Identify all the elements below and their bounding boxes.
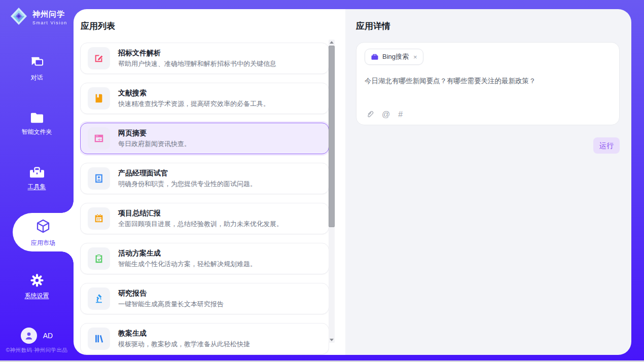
- brand-tagline: Smart Vision: [32, 20, 67, 25]
- app-card[interactable]: 产品经理面试官 明确身份和职责，为您提供专业性的面试问题。: [80, 163, 329, 194]
- app-list-panel: 应用列表 招标文件解析 帮助用户快速、准确地理解和解析招标书中的关键信息 文献搜…: [74, 9, 345, 355]
- brand-diamond-icon: [9, 7, 28, 28]
- prompt-input[interactable]: 今日湖北有哪些新闻要点？有哪些需要关注的最新政策？: [365, 76, 611, 105]
- app-card-desc: 明确身份和职责，为您提供专业性的面试问题。: [118, 179, 257, 189]
- app-detail-panel: 应用详情 Bing搜索 × 今日湖北有哪些新闻要点？有哪些需要关注的最新政策？: [345, 9, 631, 355]
- sidebar: 神州问学 Smart Vision 对话 智能文件夹 工具集: [0, 0, 74, 362]
- browser-icon: [88, 127, 110, 150]
- run-button[interactable]: 运行: [593, 137, 620, 154]
- chat-icon: [29, 55, 45, 63]
- main-content: 应用列表 招标文件解析 帮助用户快速、准确地理解和解析招标书中的关键信息 文献搜…: [74, 9, 631, 355]
- sidebar-item-smart-folder[interactable]: 智能文件夹: [0, 111, 74, 136]
- app-card-selected[interactable]: 网页摘要 每日政府新闻资讯快查。: [80, 123, 329, 154]
- book-icon: [88, 87, 110, 110]
- tag-close-icon[interactable]: ×: [413, 54, 417, 60]
- avatar: [21, 328, 37, 344]
- app-card-desc: 全面回顾项目进展，总结经验教训，助力未来优化发展。: [118, 220, 283, 229]
- app-card[interactable]: 活动方案生成 智能生成个性化活动方案，轻松解决规划难题。: [80, 243, 329, 274]
- sidebar-item-label: 对话: [0, 74, 74, 82]
- app-card[interactable]: 文献搜索 快速精准查找学术资源，提高研究效率的必备工具。: [80, 83, 329, 114]
- brand-name: 神州问学: [32, 10, 65, 18]
- scrollbar-thumb[interactable]: [329, 46, 335, 227]
- user-profile[interactable]: AD: [0, 328, 74, 344]
- briefcase-icon: [371, 53, 379, 61]
- app-card[interactable]: 教案生成 模板驱动，教案秒成，教学准备从此轻松快捷: [80, 323, 329, 354]
- sidebar-item-label: 工具集: [0, 183, 74, 191]
- app-card-desc: 智能生成个性化活动方案，轻松解决规划难题。: [118, 260, 257, 269]
- scroll-down-arrow[interactable]: [329, 337, 335, 343]
- microscope-icon: [88, 287, 110, 310]
- sidebar-item-label: 智能文件夹: [0, 128, 74, 136]
- calendar-icon: [88, 207, 110, 230]
- interviewer-icon: [88, 167, 110, 190]
- sidebar-item-app-market[interactable]: 应用市场: [13, 213, 74, 251]
- app-card-desc: 帮助用户快速、准确地理解和解析招标书中的关键信息: [118, 59, 276, 69]
- app-card-title: 产品经理面试官: [118, 168, 257, 178]
- app-logo: 神州问学 Smart Vision: [9, 7, 67, 28]
- app-detail-title: 应用详情: [356, 20, 620, 32]
- app-card-title: 招标文件解析: [118, 48, 276, 58]
- app-card-desc: 模板驱动，教案秒成，教学准备从此轻松快捷: [118, 340, 250, 349]
- tool-tag-bing[interactable]: Bing搜索 ×: [365, 49, 423, 65]
- prompt-composer: Bing搜索 × 今日湖北有哪些新闻要点？有哪些需要关注的最新政策？ @ #: [356, 42, 620, 125]
- app-card-desc: 每日政府新闻资讯快查。: [118, 139, 191, 149]
- sidebar-item-settings[interactable]: 系统设置: [0, 273, 74, 300]
- copyright-footer: ©神州数码·神州问学出品: [0, 347, 74, 354]
- toolbox-icon: [29, 165, 45, 173]
- app-card-title: 网页摘要: [118, 128, 191, 138]
- app-card-title: 教案生成: [118, 328, 250, 338]
- app-card[interactable]: 项目总结汇报 全面回顾项目进展，总结经验教训，助力未来优化发展。: [80, 203, 329, 234]
- sidebar-item-chat[interactable]: 对话: [0, 55, 74, 82]
- sidebar-item-label: 应用市场: [13, 239, 74, 247]
- scroll-up-arrow[interactable]: [329, 40, 335, 45]
- app-card-title: 研究报告: [118, 288, 224, 298]
- app-card-desc: 一键智能生成高质量长文本研究报告: [118, 300, 224, 309]
- tool-tag-label: Bing搜索: [382, 52, 409, 61]
- list-scrollbar[interactable]: [329, 40, 335, 343]
- topic-icon[interactable]: #: [398, 111, 403, 119]
- app-card-title: 项目总结汇报: [118, 208, 283, 218]
- mention-icon[interactable]: @: [382, 111, 390, 119]
- attachment-icon[interactable]: [365, 110, 374, 119]
- edit-square-icon: [88, 47, 110, 69]
- sidebar-item-toolset[interactable]: 工具集: [0, 165, 74, 191]
- app-list-title: 应用列表: [81, 20, 115, 32]
- gear-icon: [29, 273, 45, 281]
- app-list: 招标文件解析 帮助用户快速、准确地理解和解析招标书中的关键信息 文献搜索 快速精…: [80, 43, 329, 355]
- app-card-desc: 快速精准查找学术资源，提高研究效率的必备工具。: [118, 99, 270, 109]
- folder-icon: [29, 111, 45, 120]
- user-initials: AD: [43, 332, 53, 340]
- books-icon: [88, 328, 110, 350]
- cube-icon: [35, 227, 51, 236]
- clipboard-check-icon: [88, 247, 110, 270]
- app-card-title: 文献搜索: [118, 88, 270, 98]
- app-card-title: 活动方案生成: [118, 248, 257, 258]
- app-card[interactable]: 研究报告 一键智能生成高质量长文本研究报告: [80, 283, 329, 314]
- sidebar-item-label: 系统设置: [0, 292, 74, 300]
- app-card[interactable]: 招标文件解析 帮助用户快速、准确地理解和解析招标书中的关键信息: [80, 43, 329, 74]
